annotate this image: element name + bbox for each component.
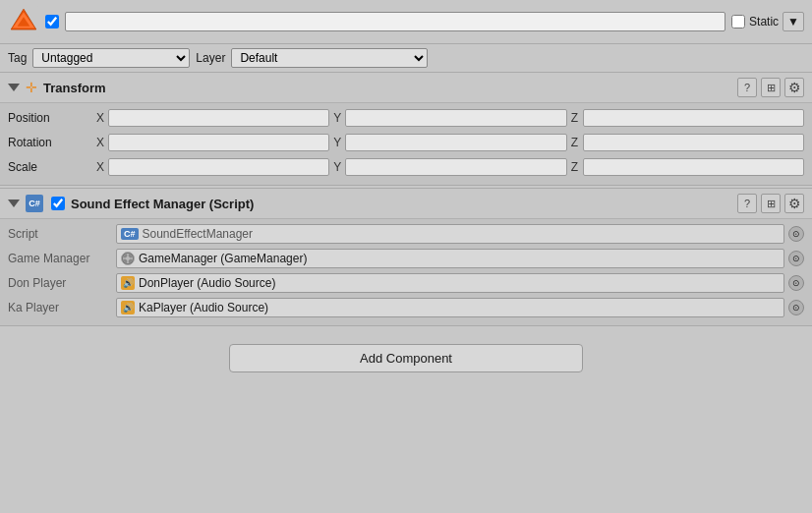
ka-player-picker-button[interactable]: ⊙ bbox=[788, 300, 804, 315]
transform-collapse-icon bbox=[8, 84, 20, 91]
script-settings-button[interactable]: ⚙ bbox=[784, 194, 804, 213]
game-manager-row: Game Manager GameManager (GameManager) ⊙ bbox=[8, 248, 804, 269]
layer-label: Layer bbox=[196, 51, 225, 65]
don-player-label: Don Player bbox=[8, 276, 116, 290]
ka-player-row: Ka Player 🔊 KaPlayer (Audio Source) ⊙ bbox=[8, 297, 804, 318]
rotation-y-label: Y bbox=[333, 136, 343, 149]
csharp-badge-icon: C# bbox=[121, 228, 139, 240]
scale-x-group: X 1 bbox=[96, 158, 329, 176]
static-dropdown[interactable]: ▼ bbox=[783, 12, 804, 31]
transform-title: Transform bbox=[43, 81, 731, 95]
transform-section-header[interactable]: ✛ Transform ? ⊞ ⚙ bbox=[0, 73, 812, 103]
tag-layer-row: Tag Untagged Layer Default bbox=[0, 44, 812, 72]
svg-point-7 bbox=[126, 256, 130, 260]
static-checkbox[interactable] bbox=[731, 15, 745, 28]
position-z-input[interactable]: 0 bbox=[583, 109, 804, 127]
scale-z-group: Z 1 bbox=[571, 158, 804, 176]
position-z-label: Z bbox=[571, 111, 581, 125]
position-z-group: Z 0 bbox=[571, 109, 804, 127]
script-field-value: C# SoundEffectManager bbox=[116, 224, 784, 244]
ka-player-value-text: KaPlayer (Audio Source) bbox=[139, 301, 268, 314]
script-question-icon: ? bbox=[744, 198, 750, 209]
script-grid-button[interactable]: ⊞ bbox=[761, 194, 781, 213]
script-field-label: Script bbox=[8, 227, 116, 241]
don-player-row: Don Player 🔊 DonPlayer (Audio Source) ⊙ bbox=[8, 272, 804, 294]
script-section-header[interactable]: C# Sound Effect Manager (Script) ? ⊞ ⚙ bbox=[0, 189, 812, 219]
chevron-down-icon: ▼ bbox=[787, 15, 799, 28]
position-y-input[interactable]: 0 bbox=[345, 109, 566, 127]
rotation-y-group: Y 0 bbox=[333, 134, 566, 151]
grid-icon: ⊞ bbox=[767, 82, 776, 94]
scale-x-input[interactable]: 1 bbox=[108, 158, 329, 176]
ka-player-value: 🔊 KaPlayer (Audio Source) bbox=[116, 298, 784, 317]
unity-logo-icon bbox=[8, 6, 39, 37]
scale-y-input[interactable]: 1 bbox=[345, 158, 566, 176]
scale-row: Scale X 1 Y 1 Z 1 bbox=[8, 156, 804, 178]
gear-icon: ⚙ bbox=[788, 80, 801, 95]
don-player-audio-icon: 🔊 bbox=[121, 276, 135, 290]
script-grid-icon: ⊞ bbox=[767, 198, 776, 210]
position-x-input[interactable]: 0 bbox=[108, 109, 329, 127]
rotation-z-group: Z 0 bbox=[571, 134, 804, 151]
rotation-z-input[interactable]: 0 bbox=[583, 134, 804, 151]
object-enabled-checkbox[interactable] bbox=[45, 15, 59, 28]
scale-xyz-fields: X 1 Y 1 Z 1 bbox=[96, 158, 804, 176]
game-manager-icon bbox=[121, 252, 135, 265]
header-bar: SoundEffectManager Static ▼ bbox=[0, 0, 812, 44]
csharp-icon: C# bbox=[26, 195, 43, 212]
rotation-row: Rotation X 0 Y 0 Z 0 bbox=[8, 132, 804, 153]
position-label: Position bbox=[8, 111, 96, 125]
script-collapse-icon bbox=[8, 200, 20, 207]
rotation-x-label: X bbox=[96, 136, 106, 149]
object-enabled-checkbox-group[interactable] bbox=[45, 15, 59, 28]
inspector-panel: SoundEffectManager Static ▼ Tag Untagged… bbox=[0, 0, 812, 513]
transform-help-button[interactable]: ? bbox=[737, 78, 757, 97]
position-x-label: X bbox=[96, 111, 106, 125]
static-row: Static ▼ bbox=[731, 12, 804, 31]
transform-settings-button[interactable]: ⚙ bbox=[784, 78, 804, 97]
scale-y-group: Y 1 bbox=[333, 158, 566, 176]
scale-z-input[interactable]: 1 bbox=[583, 158, 804, 176]
game-manager-picker-button[interactable]: ⊙ bbox=[788, 251, 804, 266]
ka-player-audio-icon: 🔊 bbox=[121, 301, 135, 314]
script-enabled-checkbox[interactable] bbox=[51, 197, 65, 210]
position-y-group: Y 0 bbox=[333, 109, 566, 127]
don-player-value: 🔊 DonPlayer (Audio Source) bbox=[116, 273, 784, 293]
script-help-button[interactable]: ? bbox=[737, 194, 757, 213]
rotation-x-input[interactable]: 0 bbox=[108, 134, 329, 151]
add-component-button[interactable]: Add Component bbox=[229, 344, 583, 372]
layer-select[interactable]: Default bbox=[231, 48, 428, 68]
transform-body: Position X 0 Y 0 Z 0 bbox=[0, 103, 812, 185]
position-row: Position X 0 Y 0 Z 0 bbox=[8, 107, 804, 129]
transform-grid-button[interactable]: ⊞ bbox=[761, 78, 781, 97]
scale-y-label: Y bbox=[333, 160, 343, 174]
scale-label: Scale bbox=[8, 160, 96, 174]
rotation-y-input[interactable]: 0 bbox=[345, 134, 566, 151]
ka-player-label: Ka Player bbox=[8, 301, 116, 314]
object-name-input[interactable]: SoundEffectManager bbox=[65, 12, 725, 31]
rotation-label: Rotation bbox=[8, 136, 96, 149]
script-picker-button[interactable]: ⊙ bbox=[788, 226, 804, 242]
game-manager-value-text: GameManager (GameManager) bbox=[139, 252, 307, 265]
scale-x-label: X bbox=[96, 160, 106, 174]
tag-select[interactable]: Untagged bbox=[32, 48, 190, 68]
position-y-label: Y bbox=[333, 111, 343, 125]
transform-section: ✛ Transform ? ⊞ ⚙ Position X bbox=[0, 72, 812, 186]
script-value-text: SoundEffectManager bbox=[143, 227, 254, 241]
game-manager-label: Game Manager bbox=[8, 252, 116, 265]
question-icon: ? bbox=[744, 82, 750, 93]
script-body: Script C# SoundEffectManager ⊙ Game Mana… bbox=[0, 219, 812, 325]
tag-label: Tag bbox=[8, 51, 27, 65]
don-player-value-text: DonPlayer (Audio Source) bbox=[139, 276, 275, 290]
script-section-icons: ? ⊞ ⚙ bbox=[737, 194, 804, 213]
rotation-x-group: X 0 bbox=[96, 134, 329, 151]
static-label: Static bbox=[749, 15, 779, 28]
add-component-area: Add Component bbox=[0, 332, 812, 384]
position-xyz-fields: X 0 Y 0 Z 0 bbox=[96, 109, 804, 127]
script-section: C# Sound Effect Manager (Script) ? ⊞ ⚙ S… bbox=[0, 188, 812, 326]
scale-z-label: Z bbox=[571, 160, 581, 174]
rotation-z-label: Z bbox=[571, 136, 581, 149]
don-player-picker-button[interactable]: ⊙ bbox=[788, 275, 804, 291]
game-manager-value: GameManager (GameManager) bbox=[116, 249, 784, 268]
transform-icon: ✛ bbox=[26, 80, 37, 95]
